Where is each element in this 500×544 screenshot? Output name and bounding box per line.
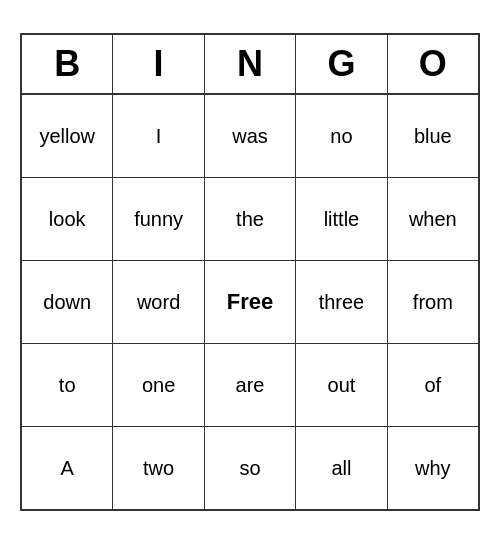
cell-r4-c0: A <box>22 427 113 509</box>
bingo-row-2: downwordFreethreefrom <box>22 261 478 344</box>
cell-r0-c2: was <box>205 95 296 177</box>
cell-r4-c4: why <box>388 427 478 509</box>
header-cell-I: I <box>113 35 204 93</box>
header-cell-N: N <box>205 35 296 93</box>
bingo-header: BINGO <box>22 35 478 95</box>
cell-r1-c2: the <box>205 178 296 260</box>
cell-r1-c4: when <box>388 178 478 260</box>
bingo-row-1: lookfunnythelittlewhen <box>22 178 478 261</box>
cell-r4-c2: so <box>205 427 296 509</box>
header-cell-G: G <box>296 35 387 93</box>
cell-r0-c4: blue <box>388 95 478 177</box>
cell-r2-c3: three <box>296 261 387 343</box>
bingo-card: BINGO yellowIwasnobluelookfunnythelittle… <box>20 33 480 511</box>
bingo-row-3: tooneareoutof <box>22 344 478 427</box>
bingo-row-4: Atwosoallwhy <box>22 427 478 509</box>
cell-r3-c0: to <box>22 344 113 426</box>
cell-r1-c1: funny <box>113 178 204 260</box>
cell-r2-c0: down <box>22 261 113 343</box>
cell-r3-c4: of <box>388 344 478 426</box>
cell-r3-c3: out <box>296 344 387 426</box>
header-cell-O: O <box>388 35 478 93</box>
cell-r3-c2: are <box>205 344 296 426</box>
cell-r4-c1: two <box>113 427 204 509</box>
cell-r1-c0: look <box>22 178 113 260</box>
cell-r3-c1: one <box>113 344 204 426</box>
cell-r2-c1: word <box>113 261 204 343</box>
bingo-row-0: yellowIwasnoblue <box>22 95 478 178</box>
cell-r2-c4: from <box>388 261 478 343</box>
cell-r0-c0: yellow <box>22 95 113 177</box>
cell-r0-c1: I <box>113 95 204 177</box>
header-cell-B: B <box>22 35 113 93</box>
cell-r2-c2: Free <box>205 261 296 343</box>
cell-r4-c3: all <box>296 427 387 509</box>
cell-r0-c3: no <box>296 95 387 177</box>
bingo-body: yellowIwasnobluelookfunnythelittlewhendo… <box>22 95 478 509</box>
cell-r1-c3: little <box>296 178 387 260</box>
